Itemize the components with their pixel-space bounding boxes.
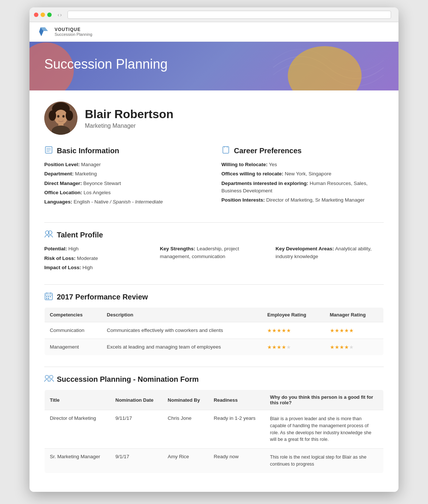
position-level-row: Position Level: Manager — [44, 161, 207, 168]
succession-header-row: Title Nomination Date Nominated By Readi… — [45, 390, 384, 410]
departments-label: Departments interested in exploring: — [221, 181, 308, 186]
career-prefs-header: Career Preferences — [221, 146, 384, 156]
impact-label: Impact of Loss: — [44, 265, 81, 270]
languages-es: / Spanish - Intermediate — [108, 199, 163, 205]
succession-table: Title Nomination Date Nominated By Readi… — [44, 390, 384, 473]
table-row: Sr. Marketing Manager 9/1/17 Amy Rice Re… — [45, 449, 384, 473]
position-level-value: Manager — [81, 162, 101, 167]
suc-reason: Blair is a proven leader and she is more… — [265, 410, 384, 449]
perf-competency: Communication — [45, 322, 102, 339]
office-location-value: Los Angeles — [84, 190, 111, 195]
suc-col-nominated-by: Nominated By — [163, 390, 209, 410]
suc-nominated-by: Chris Jone — [163, 410, 209, 449]
profile-info: Blair Robertson Marketing Manager — [85, 107, 173, 129]
office-location-row: Office Location: Los Angeles — [44, 189, 207, 196]
suc-date: 9/11/17 — [110, 410, 163, 449]
offices-label: Offices willing to relocate: — [221, 171, 283, 176]
forward-icon[interactable]: › — [60, 12, 62, 18]
svg-point-9 — [57, 115, 59, 118]
languages-en: English - Native — [74, 199, 109, 205]
maximize-button[interactable] — [47, 13, 52, 17]
profile-name: Blair Robertson — [85, 107, 173, 121]
suc-nominated-by: Amy Rice — [163, 449, 209, 473]
brand-name: VOUTIQUE — [55, 27, 92, 32]
position-interests-label: Position Interests: — [221, 197, 265, 203]
risk-row: Risk of Loss: Moderate — [44, 255, 152, 262]
suc-col-readiness: Readiness — [208, 390, 265, 410]
departments-row: Departments interested in exploring: Hum… — [221, 180, 384, 195]
col-manager-rating: Manager Rating — [325, 308, 384, 322]
position-interests-value: Director of Marketing, Sr Marketing Mana… — [266, 197, 365, 203]
relocate-value: Yes — [269, 162, 277, 167]
perf-table-body: Communication Communicates effectively w… — [45, 322, 384, 356]
profile-header: Blair Robertson Marketing Manager — [44, 102, 384, 135]
relocate-row: Willing to Relocate: Yes — [221, 161, 384, 168]
key-dev-label: Key Development Areas: — [276, 246, 334, 251]
suc-title: Sr. Marketing Manager — [45, 449, 110, 473]
suc-reason: This role is the next logical step for B… — [265, 449, 384, 473]
address-bar[interactable] — [68, 11, 391, 19]
avatar-image — [44, 102, 77, 135]
talent-col-2: Key Strengths: Leadership, project manag… — [160, 245, 268, 273]
languages-row: Languages: English - Native / Spanish - … — [44, 198, 207, 206]
perf-description: Excels at leading and managing team of e… — [102, 339, 262, 356]
suc-title: Director of Marketing — [45, 410, 110, 449]
career-prefs-icon — [221, 146, 230, 156]
succession-section: Succession Planning - Nomination Form Ti… — [44, 374, 384, 473]
basic-info-title: Basic Information — [57, 147, 119, 155]
svg-point-28 — [50, 376, 53, 379]
offices-row: Offices willing to relocate: New York, S… — [221, 170, 384, 178]
divider-1 — [44, 222, 384, 223]
col-employee-rating: Employee Rating — [262, 308, 324, 322]
suc-readiness: Ready now — [208, 449, 265, 473]
perf-table-header-row: Competencies Description Employee Rating… — [45, 308, 384, 322]
brand-text: VOUTIQUE Succession Planning — [55, 27, 92, 37]
talent-profile-title: Talent Profile — [57, 231, 103, 239]
basic-info-section: Basic Information Position Level: Manage… — [44, 146, 207, 208]
performance-review-section: 2017 Performance Review Competencies Des… — [44, 292, 384, 356]
department-row: Department: Marketing — [44, 170, 207, 178]
profile-job-title: Marketing Manager — [85, 123, 173, 129]
divider-2 — [44, 284, 384, 285]
table-row: Director of Marketing 9/11/17 Chris Jone… — [45, 410, 384, 449]
logo-icon — [38, 26, 50, 38]
svg-point-4 — [54, 110, 68, 124]
divider-3 — [44, 367, 384, 367]
col-competencies: Competencies — [45, 308, 102, 322]
talent-col-3: Key Development Areas: Analytical abilit… — [276, 245, 384, 273]
offices-value: New York, Singapore — [285, 171, 331, 176]
suc-col-title: Title — [45, 390, 110, 410]
perf-employee-rating: ★★★★★ — [262, 339, 324, 356]
main-content: Blair Robertson Marketing Manager Basic … — [30, 90, 398, 492]
suc-col-date: Nomination Date — [110, 390, 163, 410]
hero-title: Succession Planning — [44, 56, 384, 72]
suc-date: 9/1/17 — [110, 449, 163, 473]
svg-point-27 — [45, 376, 49, 379]
brand-sub: Succession Planning — [55, 32, 92, 37]
position-interests-row: Position Interests: Director of Marketin… — [221, 196, 384, 204]
close-button[interactable] — [34, 13, 38, 17]
potential-label: Potential: — [44, 246, 67, 251]
svg-rect-25 — [46, 298, 47, 299]
suc-col-reason: Why do you think this person is a good f… — [265, 390, 384, 410]
info-sections-row: Basic Information Position Level: Manage… — [44, 146, 384, 215]
career-preferences-section: Career Preferences Willing to Relocate: … — [221, 146, 384, 208]
calendar-icon — [44, 292, 53, 302]
direct-manager-label: Direct Manager: — [44, 181, 82, 186]
svg-point-6 — [66, 110, 73, 121]
succession-title: Succession Planning - Nomination Form — [57, 375, 199, 384]
basic-info-icon — [44, 146, 53, 156]
key-dev-row: Key Development Areas: Analytical abilit… — [276, 245, 384, 260]
minimize-button[interactable] — [41, 13, 45, 17]
back-icon[interactable]: ‹ — [58, 12, 59, 18]
direct-manager-value: Beyonce Stewart — [83, 181, 121, 186]
talent-profile-section: Talent Profile Potential: High Risk of L… — [44, 230, 384, 273]
impact-row: Impact of Loss: High — [44, 264, 152, 271]
table-row: Communication Communicates effectively w… — [45, 322, 384, 339]
potential-row: Potential: High — [44, 245, 152, 253]
succession-icon — [44, 374, 53, 384]
perf-manager-rating: ★★★★★ — [325, 322, 384, 339]
nav-arrows: ‹ › — [58, 12, 62, 18]
talent-grid: Potential: High Risk of Loss: Moderate I… — [44, 245, 384, 273]
talent-profile-header: Talent Profile — [44, 230, 384, 240]
